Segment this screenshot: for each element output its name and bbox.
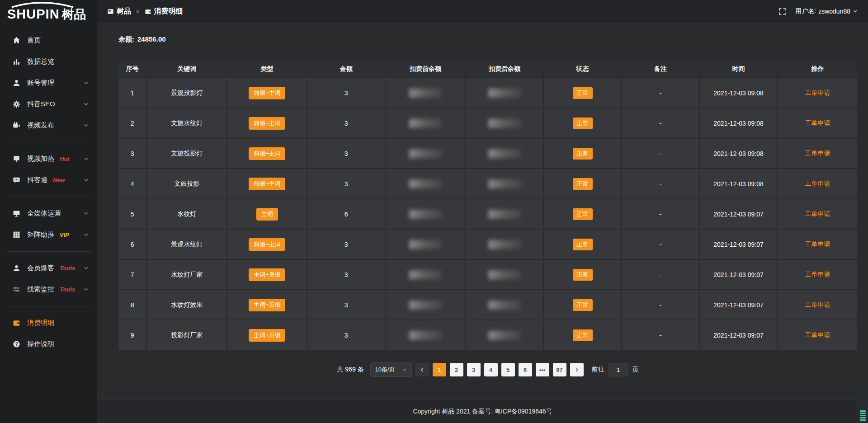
breadcrumb-separator: > [135, 8, 141, 15]
sidebar-item-gear[interactable]: 抖音SEO [0, 94, 97, 115]
video-icon [13, 122, 20, 129]
cell-action: 工单申请 [778, 169, 857, 198]
sidebar-divider [7, 197, 90, 197]
sidebar-item-question[interactable]: ? 操作说明 [0, 334, 97, 355]
sidebar-item-bar-chart[interactable]: 数据总览 [0, 51, 97, 72]
table-body: 1 景观投影灯 前缀+主词 3 正常 - 2021-12-03 09:08 工单… [118, 78, 857, 350]
work-order-link[interactable]: 工单申请 [805, 240, 830, 249]
next-page-button[interactable] [570, 363, 584, 376]
floating-service-widget[interactable] [857, 397, 868, 423]
cell-balance-after [466, 290, 543, 320]
cell-type: 主词+后缀 [227, 290, 307, 320]
table-row: 7 水纹灯厂家 主词+后缀 3 正常 - 2021-12-03 09:07 工单… [118, 260, 857, 289]
cell-type: 前缀+主词 [227, 139, 307, 168]
cell-time: 2021-12-03 09:08 [700, 78, 777, 108]
breadcrumb-item-home[interactable]: 树品 [107, 7, 131, 16]
col-header-remark: 备注 [622, 61, 699, 77]
comment-icon [13, 176, 20, 184]
type-badge: 前缀+主词 [249, 147, 286, 160]
sidebar-item-grid[interactable]: 矩阵助推 VIP [0, 224, 97, 245]
fullscreen-icon[interactable] [778, 8, 786, 15]
cell-index: 3 [118, 139, 146, 168]
cell-status: 正常 [544, 169, 621, 198]
work-order-link[interactable]: 工单申请 [805, 331, 830, 339]
breadcrumb: 树品 > 消费明细 [107, 7, 183, 16]
redacted-value [488, 210, 521, 219]
sidebar-item-user2[interactable]: 会员爆客 Tools [0, 258, 97, 279]
table-row: 1 景观投影灯 前缀+主词 3 正常 - 2021-12-03 09:08 工单… [118, 78, 857, 108]
prev-page-button[interactable] [415, 363, 429, 376]
sidebar-item-screen[interactable]: 视频加热 Hot [0, 148, 97, 169]
cell-keyword: 投影灯厂家 [147, 320, 226, 350]
cell-balance-before [386, 230, 465, 259]
work-order-link[interactable]: 工单申请 [805, 271, 830, 279]
cell-status: 正常 [544, 320, 621, 350]
cell-type: 主词+后缀 [227, 260, 307, 289]
chevron-down-icon [83, 122, 89, 128]
status-badge: 正常 [573, 299, 593, 311]
cell-remark: - [622, 169, 699, 198]
cell-balance-before [386, 169, 465, 198]
cell-action: 工单申请 [778, 320, 857, 350]
table-row: 9 投影灯厂家 主词+后缀 3 正常 - 2021-12-03 09:07 工单… [118, 320, 857, 350]
redacted-value [409, 179, 442, 188]
cell-amount: 3 [307, 320, 385, 350]
user-icon [13, 79, 20, 87]
page-button[interactable]: 2 [450, 363, 463, 376]
cell-action: 工单申请 [778, 199, 857, 229]
sidebar-item-monitor[interactable]: 全媒体运营 [0, 203, 97, 224]
logo-text-en: SHUPIN [7, 7, 60, 22]
work-order-link[interactable]: 工单申请 [805, 301, 830, 309]
grid-icon [13, 231, 20, 239]
sidebar-item-comment[interactable]: 抖客通 New [0, 169, 97, 191]
cell-keyword: 景观水纹灯 [147, 230, 226, 259]
work-order-link[interactable]: 工单申请 [805, 180, 830, 188]
page-button[interactable]: 5 [501, 363, 515, 376]
sidebar-item-user[interactable]: 账号管理 [0, 72, 97, 94]
work-order-link[interactable]: 工单申请 [805, 210, 830, 218]
pagination: 共 969 条 10条/页 1 2 3 4 5 6 ••• 97 [118, 362, 857, 377]
work-order-link[interactable]: 工单申请 [805, 89, 830, 97]
cell-type: 前缀+主词 [227, 78, 307, 108]
sidebar-item-video[interactable]: 视频发布 [0, 115, 97, 136]
chevron-down-icon [402, 367, 407, 372]
redacted-value [409, 240, 442, 249]
cell-time: 2021-12-03 09:08 [700, 108, 777, 138]
logo[interactable]: SHUPIN 树品 [0, 0, 97, 26]
work-order-link[interactable]: 工单申请 [805, 150, 830, 158]
work-order-link[interactable]: 工单申请 [805, 119, 830, 127]
page-size-select[interactable]: 10条/页 [370, 362, 412, 377]
page-button[interactable]: 3 [467, 363, 481, 376]
cell-action: 工单申请 [778, 78, 857, 108]
col-header-time: 时间 [700, 61, 777, 77]
cell-index: 7 [118, 260, 146, 289]
type-badge: 主词+后缀 [249, 268, 286, 281]
sidebar-divider [7, 142, 90, 142]
col-header-amount: 金额 [307, 61, 385, 77]
page-button[interactable]: 1 [433, 363, 446, 376]
sidebar-item-sliders[interactable]: 线索监控 Tools [0, 279, 97, 300]
sidebar-item-home[interactable]: 首页 [0, 30, 97, 51]
screen-icon [13, 155, 20, 163]
cell-remark: - [622, 290, 699, 320]
page-button[interactable]: 6 [519, 363, 532, 376]
table-row: 5 水纹灯 主词 6 正常 - 2021-12-03 09:07 工单申请 [118, 199, 857, 229]
cell-keyword: 文旅投影灯 [147, 139, 226, 168]
balance-value: 24856.00 [137, 35, 166, 44]
status-badge: 正常 [573, 87, 593, 99]
col-header-status: 状态 [544, 61, 621, 77]
wallet-icon [13, 319, 20, 327]
cell-keyword: 文旅投影 [147, 169, 226, 198]
page-ellipsis-button[interactable]: ••• [536, 363, 549, 376]
cell-time: 2021-12-03 09:07 [700, 290, 777, 320]
sidebar-item-wallet[interactable]: 消费明细 [0, 312, 97, 334]
page-button[interactable]: 97 [553, 363, 566, 376]
redacted-value [488, 179, 521, 188]
cell-balance-after [466, 260, 543, 289]
user-menu[interactable]: 用户名: zswodun88 [795, 7, 858, 15]
cell-index: 8 [118, 290, 146, 320]
page-jump-input[interactable] [609, 363, 628, 376]
username: zswodun88 [818, 8, 850, 15]
col-header-action: 操作 [778, 61, 857, 77]
page-button[interactable]: 4 [484, 363, 498, 376]
